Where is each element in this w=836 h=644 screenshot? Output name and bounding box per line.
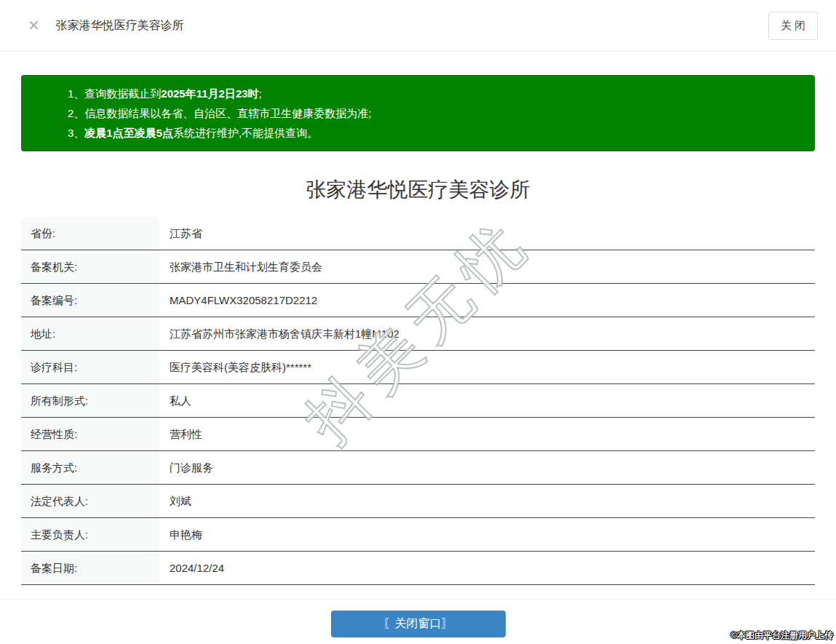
row-value: 2024/12/24: [159, 552, 815, 584]
row-value: 张家港市卫生和计划生育委员会: [159, 250, 815, 283]
clinic-title: 张家港华悦医疗美容诊所: [21, 178, 815, 202]
row-value: 江苏省: [159, 217, 815, 250]
row-label: 服务方式:: [21, 451, 159, 484]
row-value: 私人: [159, 384, 815, 417]
table-row-filing-authority: 备案机关: 张家港市卫生和计划生育委员会: [21, 250, 815, 284]
main-content: 1、查询数据截止到2025年11月2日23时; 2、信息数据结果以各省、自治区、…: [21, 75, 815, 585]
row-label: 备案编号:: [21, 284, 159, 317]
header: ✕ 张家港华悦医疗美容诊所 关 闭: [0, 0, 836, 52]
close-button[interactable]: 关 闭: [768, 12, 818, 40]
row-value: 刘斌: [159, 485, 815, 517]
notice-line-2: 2、信息数据结果以各省、自治区、直辖市卫生健康委数据为准;: [68, 103, 800, 123]
table-row-ownership: 所有制形式: 私人: [21, 384, 815, 418]
table-row-service-mode: 服务方式: 门诊服务: [21, 451, 815, 485]
table-row-filing-number: 备案编号: MADY4FLWX32058217D2212: [21, 284, 815, 317]
close-window-button[interactable]: 〖关闭窗口〗: [331, 611, 506, 637]
table-row-province: 省份: 江苏省: [21, 217, 815, 250]
row-label: 省份:: [21, 217, 159, 250]
row-label: 备案日期:: [21, 552, 159, 584]
notice-line-1: 1、查询数据截止到2025年11月2日23时;: [68, 84, 800, 103]
row-value: 医疗美容科(美容皮肤科)******: [159, 351, 815, 383]
table-row-filing-date: 备案日期: 2024/12/24: [21, 552, 815, 585]
row-value: 申艳梅: [159, 518, 815, 551]
row-label: 主要负责人:: [21, 518, 159, 551]
table-row-person-in-charge: 主要负责人: 申艳梅: [21, 518, 815, 552]
table-row-address: 地址: 江苏省苏州市张家港市杨舍镇庆丰新村1幢M102: [21, 317, 815, 351]
row-label: 诊疗科目:: [21, 351, 159, 383]
row-label: 地址:: [21, 317, 159, 350]
row-label: 经营性质:: [21, 418, 159, 450]
row-label: 备案机关:: [21, 250, 159, 283]
row-value: 门诊服务: [159, 451, 815, 484]
row-label: 法定代表人:: [21, 485, 159, 517]
close-icon[interactable]: ✕: [28, 18, 40, 33]
table-row-medical-subjects: 诊疗科目: 医疗美容科(美容皮肤科)******: [21, 351, 815, 384]
attribution-watermark: ©本图由平台注册用户上传: [730, 629, 833, 642]
row-label: 所有制形式:: [21, 384, 159, 417]
row-value: 江苏省苏州市张家港市杨舍镇庆丰新村1幢M102: [159, 317, 815, 350]
row-value: 营利性: [159, 418, 815, 450]
page-footer: 〖关闭窗口〗: [0, 599, 836, 637]
table-row-legal-representative: 法定代表人: 刘斌: [21, 485, 815, 518]
notice-line-3: 3、凌晨1点至凌晨5点系统进行维护,不能提供查询。: [68, 123, 800, 143]
row-value: MADY4FLWX32058217D2212: [159, 284, 815, 317]
page-title: 张家港华悦医疗美容诊所: [56, 18, 184, 33]
table-row-operating-nature: 经营性质: 营利性: [21, 418, 815, 451]
notice-banner: 1、查询数据截止到2025年11月2日23时; 2、信息数据结果以各省、自治区、…: [21, 75, 815, 151]
detail-table: 省份: 江苏省 备案机关: 张家港市卫生和计划生育委员会 备案编号: MADY4…: [21, 217, 815, 585]
